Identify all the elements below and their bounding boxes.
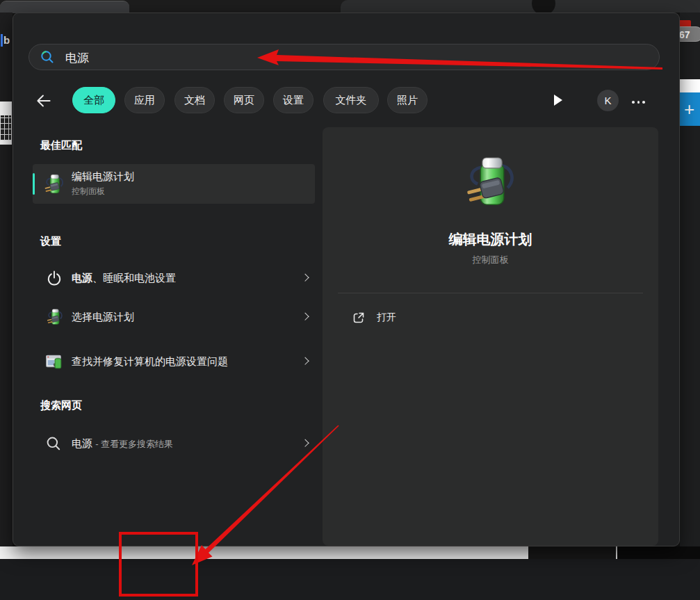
setting-row-label: 查找并修复计算机的电源设置问题: [72, 353, 280, 370]
tab-all[interactable]: 全部: [72, 87, 115, 113]
tab-apps[interactable]: 应用: [124, 87, 165, 113]
new-tab-plus-button[interactable]: +: [680, 92, 700, 126]
search-icon: [40, 49, 55, 65]
background-window-bottom: [0, 546, 528, 559]
best-match-item[interactable]: 编辑电源计划 控制面板: [33, 164, 315, 204]
tab-photos[interactable]: 照片: [387, 87, 428, 113]
chevron-right-icon: [301, 357, 309, 365]
tab-web[interactable]: 网页: [224, 87, 264, 113]
back-button[interactable]: [34, 91, 59, 111]
background-tab-title-fragment: b: [1, 34, 10, 47]
settings-header: 设置: [40, 235, 61, 248]
search-input[interactable]: [64, 44, 484, 71]
setting-row-troubleshoot-power[interactable]: 查找并修复计算机的电源设置问题: [33, 340, 315, 383]
detail-title: 编辑电源计划: [323, 230, 658, 249]
troubleshooter-icon: [45, 352, 63, 371]
best-match-subtitle: 控制面板: [72, 186, 105, 197]
battery-plug-icon: [45, 307, 65, 327]
search-icon: [45, 435, 62, 452]
tab-label: 应用: [134, 94, 155, 107]
web-search-suffix: - 查看更多搜索结果: [95, 439, 173, 449]
detail-subtitle: 控制面板: [323, 254, 658, 266]
background-browser-tab: [0, 1, 129, 13]
background-desktop-corner: [617, 546, 700, 559]
background-desktop-strip: [528, 546, 616, 559]
setting-row-label: 电源、睡眠和电池设置: [72, 270, 280, 286]
setting-row-label: 选择电源计划: [72, 309, 280, 325]
divider: [338, 293, 643, 293]
tab-folders[interactable]: 文件夹: [323, 87, 379, 113]
background-left-edge: b: [0, 13, 13, 546]
best-match-header: 最佳匹配: [40, 139, 82, 152]
open-action-label: 打开: [377, 311, 396, 324]
selection-accent-bar: [33, 173, 35, 195]
tab-settings[interactable]: 设置: [273, 87, 314, 113]
back-arrow-icon: [34, 91, 54, 111]
user-avatar[interactable]: K: [597, 90, 619, 111]
chevron-right-icon: [301, 274, 309, 282]
chevron-right-icon: [301, 439, 309, 447]
search-web-header: 搜索网页: [40, 399, 82, 412]
taskbar: J: [0, 559, 700, 600]
web-search-suffix-text: - 查看更多搜索结果: [95, 439, 173, 449]
open-action-button[interactable]: 打开: [338, 304, 491, 332]
web-search-label: 电源 - 查看更多搜索结果: [72, 435, 280, 453]
web-search-row[interactable]: 电源 - 查看更多搜索结果: [33, 427, 315, 460]
play-button[interactable]: [554, 95, 562, 106]
background-top-strip: [0, 0, 700, 13]
tab-label: 照片: [397, 94, 418, 107]
web-search-query: 电源: [72, 437, 92, 449]
background-sidebar-fragment: [680, 79, 700, 92]
background-window-titlebar: [341, 0, 700, 13]
tab-documents[interactable]: 文档: [174, 87, 215, 113]
result-detail-pane: 编辑电源计划 控制面板 打开: [323, 127, 658, 546]
power-symbol-icon: [45, 269, 63, 287]
setting-label-rest: 、睡眠和电池设置: [92, 272, 176, 284]
more-options-button[interactable]: [632, 99, 653, 106]
tab-label: 网页: [234, 94, 254, 107]
tab-label: 文档: [184, 94, 205, 107]
chevron-right-icon: [301, 313, 309, 321]
power-plan-battery-icon: [42, 172, 66, 196]
best-match-title: 编辑电源计划: [72, 170, 134, 184]
tab-label: 文件夹: [336, 94, 367, 107]
setting-label-strong: 电源: [72, 272, 92, 284]
search-box[interactable]: [29, 44, 660, 70]
tab-label: 全部: [83, 94, 104, 107]
power-plan-battery-icon-large: [461, 152, 521, 212]
setting-row-power-sleep-battery[interactable]: 电源、睡眠和电池设置: [33, 262, 315, 294]
open-external-icon: [352, 311, 366, 325]
search-flyout: 全部 应用 文档 网页 设置 文件夹 照片 K 最佳匹配 编辑电源计划 控制面板…: [13, 13, 680, 546]
setting-row-choose-power-plan[interactable]: 选择电源计划: [33, 301, 315, 333]
tab-label: 设置: [283, 94, 304, 107]
table-icon: [0, 115, 11, 140]
